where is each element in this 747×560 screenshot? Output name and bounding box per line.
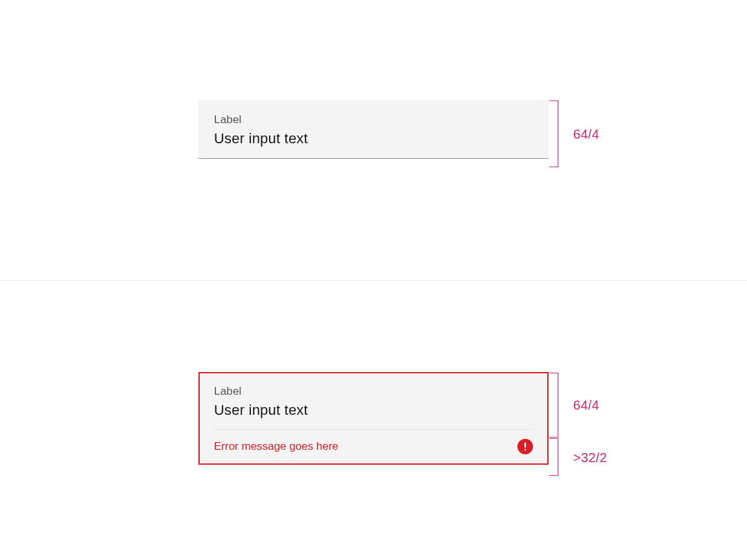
measurement-label: 64/4 (573, 127, 599, 142)
section-divider (0, 280, 747, 281)
text-input[interactable]: Label User input text (198, 100, 549, 159)
field-value: User input text (214, 130, 533, 147)
field-value: User input text (214, 402, 533, 419)
text-input-error[interactable]: Label User input text Error message goes… (198, 372, 549, 465)
error-message: Error message goes here (214, 440, 338, 453)
warning-filled-icon (517, 439, 533, 454)
fluid-input-error-example: Label User input text Error message goes… (198, 372, 549, 465)
measurement-bracket (558, 373, 558, 438)
measurement-label: 64/4 (573, 398, 599, 413)
svg-rect-1 (525, 442, 526, 447)
field-label: Label (214, 113, 533, 126)
measurement-bracket (558, 438, 558, 476)
svg-rect-2 (525, 449, 526, 451)
field-label: Label (214, 385, 533, 398)
measurement-label: >32/2 (573, 450, 607, 465)
measurement-bracket (558, 100, 558, 167)
fluid-input-example: Label User input text (198, 100, 549, 159)
error-row: Error message goes here (200, 430, 547, 463)
